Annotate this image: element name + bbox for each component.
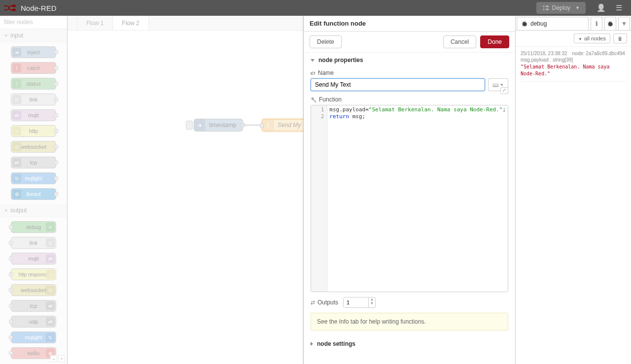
sidebar-tab-info[interactable] <box>591 17 602 30</box>
palette-expand-icon[interactable]: ▾ <box>58 355 65 362</box>
menu-icon[interactable] <box>611 3 627 12</box>
inject-trigger-button[interactable] <box>186 121 193 130</box>
spinner-down-icon[interactable]: ▼ <box>369 301 375 305</box>
name-input[interactable] <box>311 78 485 91</box>
palette-search-input[interactable] <box>0 16 67 29</box>
flow-tabs: Flow 1 Flow 2 <box>68 16 303 31</box>
palette-node-tcp-in[interactable]: ⇄tcp <box>11 157 56 168</box>
tab-flow-2[interactable]: Flow 2 <box>113 16 148 30</box>
palette-node-mqlight-out[interactable]: mqlight↻ <box>11 331 56 343</box>
function-label: Function <box>311 96 508 103</box>
tab-list-button[interactable] <box>68 16 77 30</box>
palette-section-input[interactable]: input <box>0 29 67 42</box>
app-header: Node-RED Deploy ▼ <box>0 0 631 16</box>
palette-node-websocket-in[interactable]: ⊙websocket <box>11 141 56 153</box>
debug-timestamp: 25/11/2018, 23:38:32 <box>521 51 567 56</box>
debug-path: msg.payload : string[39] <box>521 57 626 63</box>
palette-node-mqtt-out[interactable]: mqtt⇄ <box>11 253 56 265</box>
outputs-label: Outputs <box>311 299 338 306</box>
palette-node-http-response[interactable]: http response○ <box>11 268 56 280</box>
inject-icon: ➜ <box>194 119 205 131</box>
clear-debug-button[interactable] <box>613 33 627 43</box>
bug-icon <box>521 20 528 27</box>
section-node-settings[interactable]: node settings <box>304 336 515 351</box>
flow-node-inject[interactable]: ➜ timestamp <box>194 119 243 132</box>
palette-node-debug[interactable]: debug≡ <box>11 221 56 233</box>
debug-value: "Selamat Berkenalan. Nama saya Node-Red.… <box>521 64 626 77</box>
flow-node-function[interactable]: f Send My Text <box>262 119 303 132</box>
tag-icon <box>311 69 316 76</box>
palette-node-websocket-out[interactable]: websocket⊙ <box>11 284 56 296</box>
spinner-up-icon[interactable]: ▲ <box>369 298 375 301</box>
funnel-icon <box>578 35 582 41</box>
palette-collapse-icon[interactable]: ▴ <box>50 355 57 362</box>
sidebar-tab-debug-icon[interactable] <box>604 17 616 30</box>
name-label: Name <box>311 69 508 76</box>
edit-tray-title: Edit function node <box>304 16 515 32</box>
expand-editor-icon[interactable]: ⤢ <box>500 87 508 94</box>
function-icon: f <box>263 120 274 131</box>
palette-node-twilio[interactable]: twilio⊕ <box>11 347 56 359</box>
debug-message[interactable]: 25/11/2018, 23:38:32 node: 2a7a8c89.dbc4… <box>521 51 626 82</box>
palette-node-link-in[interactable]: ⊙link <box>11 94 56 105</box>
logo: Node-RED <box>4 3 57 12</box>
cancel-button[interactable]: Cancel <box>443 35 476 48</box>
workspace: Flow 1 Flow 2 ➜ timestamp f Send My Text <box>68 16 303 364</box>
svg-rect-3 <box>12 9 16 11</box>
sidebar-tab-debug[interactable]: debug <box>517 17 589 30</box>
palette-node-ibmiot-in[interactable]: ⚙ibmiot <box>11 188 56 200</box>
palette-node-tcp-out[interactable]: tcp⇄ <box>11 300 56 312</box>
svg-point-0 <box>4 5 6 6</box>
palette-node-inject[interactable]: ➜inject <box>11 46 56 58</box>
deploy-button[interactable]: Deploy ▼ <box>536 2 586 14</box>
user-icon[interactable] <box>592 3 611 12</box>
svg-point-5 <box>543 9 544 10</box>
node-port[interactable] <box>260 124 264 128</box>
info-hint: See the Info tab for help writing functi… <box>311 313 508 331</box>
palette: input ➜inject !catch !status ⊙link ⇄mqtt… <box>0 16 68 364</box>
sidebar-tab-more[interactable]: ▼ <box>618 17 630 30</box>
app-title: Node-RED <box>21 4 57 12</box>
palette-node-link-out[interactable]: link⊙ <box>11 237 56 249</box>
palette-node-mqtt-in[interactable]: ⇄mqtt <box>11 109 56 121</box>
shuffle-icon <box>311 299 315 306</box>
edit-tray: Edit function node Delete Cancel Done no… <box>303 16 515 364</box>
svg-rect-7 <box>546 9 549 10</box>
palette-node-udp-out[interactable]: udp⇄ <box>11 316 56 328</box>
chevron-down-icon: ▼ <box>575 5 580 10</box>
tab-flow-1[interactable]: Flow 1 <box>77 16 113 30</box>
wrench-icon <box>311 96 316 103</box>
svg-point-1 <box>4 9 6 11</box>
trash-icon <box>618 35 623 41</box>
palette-node-status[interactable]: !status <box>11 78 56 90</box>
sidebar: debug ▼ all nodes 25/11/2018, 23:38:32 n… <box>515 16 631 364</box>
section-node-properties[interactable]: node properties <box>304 53 515 67</box>
palette-node-mqlight-in[interactable]: ↻mqlight <box>11 172 56 184</box>
svg-rect-6 <box>546 6 549 7</box>
delete-button[interactable]: Delete <box>310 35 342 48</box>
canvas[interactable]: ➜ timestamp f Send My Text <box>68 31 303 364</box>
svg-point-4 <box>543 6 544 7</box>
svg-rect-2 <box>12 5 16 7</box>
book-icon <box>492 82 498 88</box>
palette-section-output[interactable]: output <box>0 204 67 217</box>
code-editor[interactable]: 12 msg.payload="Selamat Berkenalan. Nama… <box>311 105 508 292</box>
done-button[interactable]: Done <box>480 35 509 48</box>
palette-node-http-in[interactable]: ○http <box>11 125 56 137</box>
outputs-spinner[interactable]: ▲▼ <box>343 297 376 308</box>
palette-node-catch[interactable]: !catch <box>11 62 56 74</box>
outputs-input[interactable] <box>344 298 368 307</box>
filter-all-nodes-button[interactable]: all nodes <box>574 33 610 43</box>
